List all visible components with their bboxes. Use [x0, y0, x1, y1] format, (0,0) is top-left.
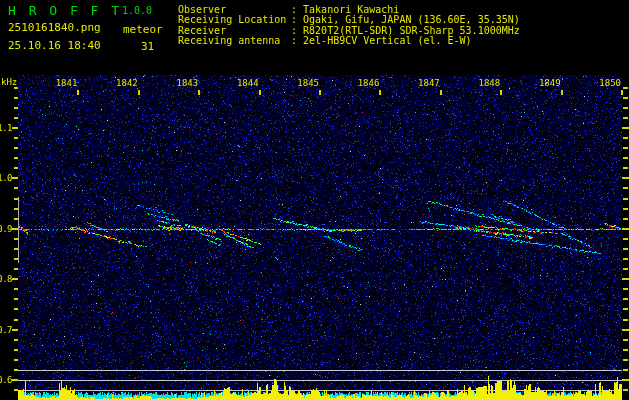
output-filename: 2510161840.png: [8, 21, 101, 34]
datetime-label: 25.10.16 18:40: [8, 39, 101, 52]
time-axis-label: 1846: [357, 78, 379, 88]
spectrogram-canvas: [0, 0, 629, 400]
info-label: Receiving antenna: [178, 36, 291, 46]
info-value: 2el-HB9CV Vertical (el. E-W): [303, 35, 472, 46]
time-axis-label: 1842: [116, 78, 138, 88]
info-value: R820T2(RTL-SDR) SDR-Sharp 53.1000MHz: [303, 25, 520, 36]
time-axis-label: 1845: [297, 78, 319, 88]
hrofft-window: H R O F F T 1.0.0 2510161840.png meteor …: [0, 0, 629, 400]
echo-count: 31: [141, 40, 154, 53]
time-axis-label: 1841: [55, 78, 77, 88]
info-row-antenna: Receiving antenna: 2el-HB9CV Vertical (e…: [178, 36, 520, 46]
freq-axis-label: 0.9: [0, 224, 12, 234]
time-axis-label: 1848: [478, 78, 500, 88]
freq-axis-label: 0.7: [0, 325, 12, 335]
time-axis-label: 1843: [176, 78, 198, 88]
info-separator: :: [291, 4, 303, 15]
time-axis-label: 1850: [599, 78, 621, 88]
info-separator: :: [291, 35, 303, 46]
info-value: Ogaki, Gifu, JAPAN (136.60E, 35.35N): [303, 14, 520, 25]
time-axis-label: 1849: [539, 78, 561, 88]
freq-axis-label: 1.0: [0, 173, 12, 183]
mode-label: meteor: [123, 23, 163, 36]
time-axis-label: 1847: [418, 78, 440, 88]
freq-unit-label: kHz: [1, 77, 17, 87]
station-info: Observer: Takanori Kawachi Receiving Loc…: [178, 5, 520, 47]
freq-axis-label: 0.6: [0, 375, 12, 385]
info-separator: :: [291, 25, 303, 36]
app-title: H R O F F T: [8, 3, 122, 18]
freq-axis-label: 1.1: [0, 123, 12, 133]
freq-axis-label: 0.8: [0, 274, 12, 284]
app-version: 1.0.0: [122, 5, 152, 16]
time-axis-label: 1844: [237, 78, 259, 88]
info-value: Takanori Kawachi: [303, 4, 399, 15]
info-separator: :: [291, 14, 303, 25]
